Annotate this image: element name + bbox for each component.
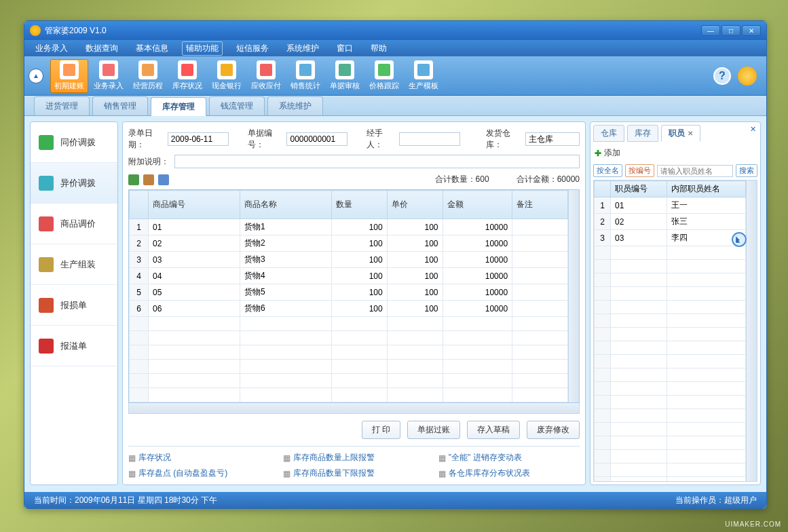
warehouse-label: 发货仓库： [486, 128, 520, 151]
docno-input[interactable] [286, 132, 348, 146]
date-input[interactable] [168, 132, 229, 146]
menu-item-4[interactable]: 短信服务 [232, 41, 273, 56]
warehouse-input[interactable] [525, 132, 580, 146]
menu-item-3[interactable]: 辅助功能 [182, 41, 223, 56]
grid-hscrollbar[interactable] [128, 403, 580, 414]
menu-item-6[interactable]: 窗口 [333, 41, 357, 56]
right-grid[interactable]: 职员编号内部职员姓名101王一202张三303李四 [594, 180, 746, 482]
main-grid[interactable]: 商品编号商品名称数量单价金额备注101货物110010010000202货物21… [129, 190, 568, 402]
help-icon[interactable]: ? [713, 67, 731, 85]
toolbar-btn-7[interactable]: 单据审核 [326, 59, 364, 93]
collapse-toggle-icon[interactable]: ▲ [29, 69, 43, 83]
toolbar-icon-1 [99, 60, 118, 79]
sidebar-item-3[interactable]: 生产组装 [31, 244, 117, 285]
total-amount: 合计金额：60000 [517, 174, 580, 185]
maximize-button[interactable]: □ [721, 25, 740, 36]
toolbar-btn-2[interactable]: 经营历程 [129, 59, 167, 93]
quick-link-5[interactable]: 各仓库库存分布状况表 [438, 468, 580, 479]
memo-label: 附加说明： [128, 156, 169, 168]
toolbar-container: ▲ 初期建账业务录入经营历程库存状况现金银行应收应付销售统计单据审核价格跟踪生产… [24, 56, 766, 96]
right-grid-vscrollbar[interactable] [746, 180, 757, 481]
filter-code-button[interactable]: 按编号 [625, 164, 654, 177]
right-table-row[interactable]: 303李四 [595, 230, 746, 246]
main-tab-4[interactable]: 系统维护 [267, 96, 323, 115]
sidebar-icon-3 [39, 257, 54, 272]
quick-link-0[interactable]: 库存状况 [128, 452, 269, 463]
table-row[interactable]: 202货物210010010000 [130, 235, 568, 252]
quick-link-4[interactable]: 库存商品数量下限报警 [283, 468, 424, 479]
close-button[interactable]: ✕ [742, 25, 761, 36]
right-search-input[interactable] [657, 165, 733, 177]
toolbar-btn-6[interactable]: 销售统计 [286, 59, 324, 93]
right-panel: ✕ 仓库库存职员 ✕ ✚ 添加 按全名 按编号 搜索 职员编号内部职员姓名101… [590, 121, 761, 485]
toolbar-btn-1[interactable]: 业务录入 [90, 59, 128, 93]
sidebar-icon-5 [39, 339, 54, 354]
main-tab-0[interactable]: 进货管理 [34, 96, 90, 115]
table-row[interactable]: 404货物410010010000 [130, 268, 568, 284]
toolbar-icon-9 [414, 60, 433, 79]
main-tab-1[interactable]: 销售管理 [92, 96, 148, 115]
right-tabs: 仓库库存职员 ✕ [593, 125, 757, 142]
search-button[interactable]: 搜索 [736, 164, 757, 177]
toolbar-btn-3[interactable]: 库存状况 [168, 59, 206, 93]
right-tab-0[interactable]: 仓库 [593, 125, 624, 142]
right-table-row[interactable]: 101王一 [595, 197, 746, 214]
right-tab-2[interactable]: 职员 ✕ [661, 125, 700, 142]
toolbar-btn-9[interactable]: 生产模板 [405, 59, 443, 93]
sidebar-icon-1 [39, 176, 54, 191]
save-draft-button[interactable]: 存入草稿 [467, 421, 520, 439]
grid-tool-icon-2[interactable] [143, 174, 154, 185]
right-table-row[interactable]: 202张三 [595, 214, 746, 230]
right-tab-1[interactable]: 库存 [627, 125, 658, 142]
discard-button[interactable]: 废弃修改 [527, 421, 580, 439]
quick-link-1[interactable]: 库存商品数量上限报警 [283, 452, 424, 463]
sidebar-item-5[interactable]: 报溢单 [31, 326, 117, 366]
toolbar-btn-0[interactable]: 初期建账 [50, 59, 88, 93]
add-button[interactable]: ✚ 添加 [593, 145, 757, 162]
docno-label: 单据编号： [248, 128, 282, 151]
quick-link-3[interactable]: 库存盘点 (自动盘盈盘亏) [128, 468, 269, 479]
toolbar-btn-4[interactable]: 现金银行 [208, 59, 246, 93]
menu-item-1[interactable]: 数据查询 [81, 41, 122, 56]
sidebar-item-2[interactable]: 商品调价 [31, 204, 117, 244]
cursor-highlight-icon [732, 232, 747, 247]
menu-item-0[interactable]: 业务录入 [31, 41, 72, 56]
sidebar: 同价调拨异价调拨商品调价生产组装报损单报溢单 [30, 121, 118, 485]
toolbar-icon-0 [60, 60, 79, 79]
main-tab-3[interactable]: 钱流管理 [209, 96, 265, 115]
app-window: 管家婆2009 V1.0 — □ ✕ 业务录入数据查询基本信息辅助功能短信服务系… [24, 20, 767, 509]
plus-icon: ✚ [595, 149, 601, 158]
print-button[interactable]: 打 印 [362, 421, 400, 439]
content-area: 同价调拨异价调拨商品调价生产组装报损单报溢单 录单日期： 单据编号： 经手人： … [24, 116, 766, 491]
grid-vscrollbar[interactable] [568, 190, 579, 402]
brand-logo-icon [738, 66, 757, 86]
menu-item-7[interactable]: 帮助 [367, 41, 391, 56]
grid-tool-icon-1[interactable] [128, 174, 139, 185]
status-user: 当前操作员：超级用户 [675, 495, 757, 506]
sidebar-item-0[interactable]: 同价调拨 [31, 122, 117, 163]
toolbar-icon-5 [257, 60, 276, 79]
table-row[interactable]: 303货物310010010000 [130, 252, 568, 268]
menu-item-2[interactable]: 基本信息 [132, 41, 172, 56]
sidebar-item-4[interactable]: 报损单 [31, 285, 117, 326]
sidebar-item-1[interactable]: 异价调拨 [31, 163, 117, 204]
action-buttons: 打 印 单据过账 存入草稿 废弃修改 [128, 414, 580, 446]
grid-tool-icon-3[interactable] [158, 174, 169, 185]
toolbar-icon-7 [335, 60, 354, 79]
filter-fullname-button[interactable]: 按全名 [593, 164, 622, 177]
handler-input[interactable] [399, 132, 460, 146]
main-grid-wrap: 商品编号商品名称数量单价金额备注101货物110010010000202货物21… [128, 189, 580, 403]
table-row[interactable]: 101货物110010010000 [130, 219, 568, 235]
right-panel-close-icon[interactable]: ✕ [750, 125, 756, 134]
menu-item-5[interactable]: 系统维护 [282, 41, 323, 56]
memo-input[interactable] [174, 155, 580, 168]
post-button[interactable]: 单据过账 [407, 421, 460, 439]
main-tab-2[interactable]: 库存管理 [151, 97, 206, 116]
toolbar-icon-4 [217, 60, 236, 79]
toolbar-btn-5[interactable]: 应收应付 [247, 59, 285, 93]
quick-link-2[interactable]: "全能" 进销存变动表 [438, 452, 580, 463]
toolbar-btn-8[interactable]: 价格跟踪 [365, 59, 403, 93]
minimize-button[interactable]: — [701, 25, 720, 36]
table-row[interactable]: 606货物610010010000 [130, 301, 568, 317]
table-row[interactable]: 505货物510010010000 [130, 284, 568, 301]
